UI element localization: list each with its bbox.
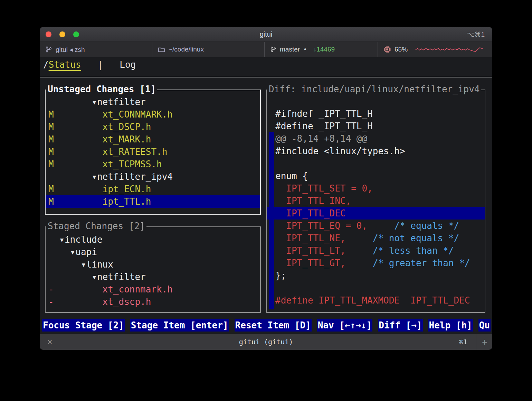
row-text: @@ -8,14 +8,14 @@	[275, 133, 367, 144]
row-text: M xt_RATEEST.h	[48, 147, 167, 157]
diff-line[interactable]: };	[267, 269, 485, 282]
file-row[interactable]: ▾linux	[46, 258, 260, 271]
unstaged-changes-panel: Unstaged Changes [1] ▾netfilterM xt_CONN…	[45, 90, 261, 215]
new-tab-button[interactable]: +	[477, 334, 492, 350]
row-text: ▾netfilter_ipv4	[48, 171, 173, 182]
row-text: ▾include	[48, 234, 103, 245]
tab-bar: /Status|Log	[43, 59, 136, 72]
diff-line-selected[interactable]: IPT_TTL_DEC	[267, 207, 485, 220]
diff-line[interactable]: #include <linux/types.h>	[267, 145, 485, 157]
row-text: ▾linux	[48, 259, 113, 270]
file-row[interactable]: M xt_RATEEST.h	[46, 146, 260, 158]
file-row[interactable]: ▾uapi	[46, 246, 260, 258]
file-row[interactable]: ▾netfilter	[46, 271, 260, 283]
close-button[interactable]	[46, 31, 51, 37]
row-text: ▾netfilter	[48, 97, 146, 107]
file-row[interactable]: M xt_DSCP.h	[46, 121, 260, 133]
key-hint-button[interactable]: Stage Item [enter]	[130, 319, 229, 332]
session-label: gitui ◂ zsh	[56, 46, 85, 54]
row-text: M ipt_ECN.h	[48, 184, 151, 194]
row-text: enum {	[275, 171, 308, 181]
key-hint-button[interactable]: Nav [←↑→↓]	[317, 319, 373, 332]
window-shortcut: ⌥⌘1	[467, 30, 485, 38]
tab-log[interactable]: Log	[120, 59, 136, 70]
diff-panel-title: Diff: include/uapi/linux/netfilter_ipv4	[267, 84, 481, 94]
diff-line[interactable]: #define IPT_TTL_MAXMODE IPT_TTL_DEC	[267, 294, 485, 307]
row-text: IPT_TTL_DEC	[275, 208, 346, 218]
row-text: M xt_CONNMARK.h	[48, 109, 173, 120]
cpu-chip-icon	[383, 46, 391, 53]
diff-line[interactable]: enum {	[267, 170, 485, 182]
git-segment[interactable]: master • ↓14469	[264, 42, 378, 57]
diff-hunk-indicator-bar[interactable]	[269, 132, 274, 309]
row-text: /* equals */	[367, 221, 459, 231]
key-hint-button[interactable]: Qu	[478, 319, 491, 332]
cpu-sparkline	[415, 46, 484, 53]
diff-line[interactable]: IPT_TTL_GT, /* greater than */	[267, 257, 485, 269]
titlebar: gitui ⌥⌘1	[40, 27, 492, 42]
bottom-bar-title: gitui (gitui)	[40, 338, 492, 346]
tab-status[interactable]: Status	[49, 59, 81, 70]
tab-separator-line	[40, 77, 492, 77]
row-text: #ifndef _IPT_TTL_H	[275, 109, 373, 119]
file-row-selected[interactable]: M ipt_TTL.h	[46, 195, 260, 208]
branch-status-dot: •	[304, 46, 306, 53]
diff-line[interactable]: #define _IPT_TTL_H	[267, 120, 485, 132]
window-title: gitui	[260, 30, 273, 38]
bottom-bar: × gitui (gitui) ⌘1 +	[40, 334, 492, 350]
diff-content: #ifndef _IPT_TTL_H#define _IPT_TTL_H@@ -…	[267, 108, 485, 307]
unstaged-file-tree: ▾netfilterM xt_CONNMARK.hM xt_DSCP.hM xt…	[46, 96, 260, 208]
minimize-button[interactable]	[59, 31, 65, 37]
diff-line[interactable]: #ifndef _IPT_TTL_H	[267, 108, 485, 120]
session-branch-icon	[45, 46, 52, 53]
diff-line[interactable]: @@ -8,14 +8,14 @@	[267, 132, 485, 145]
row-text: - xt_connmark.h	[48, 284, 173, 295]
diff-line[interactable]: IPT_TTL_LT, /* less than */	[267, 244, 485, 257]
zoom-button[interactable]	[73, 31, 79, 37]
cpu-percentage: 65%	[395, 46, 408, 53]
key-hint-button[interactable]: Help [h]	[428, 319, 473, 332]
key-hint-button[interactable]: Reset Item [D]	[235, 319, 312, 332]
status-bar: gitui ◂ zsh ~/code/linux master • ↓14469	[40, 42, 492, 57]
unstaged-panel-title: Unstaged Changes [1]	[46, 84, 157, 94]
key-hint-button[interactable]: Diff [→]	[378, 319, 422, 332]
file-row[interactable]: - xt_connmark.h	[46, 283, 260, 296]
staged-file-tree: ▾include ▾uapi ▾linux ▾netfilter- xt_con…	[46, 233, 260, 308]
tab-prefix: /	[43, 59, 49, 70]
diff-panel: Diff: include/uapi/linux/netfilter_ipv4 …	[266, 90, 485, 313]
row-text: IPT_TTL_INC,	[275, 196, 351, 206]
file-row[interactable]: ▾netfilter	[46, 96, 260, 108]
terminal-window: gitui ⌥⌘1 gitui ◂ zsh ~/code/linux	[40, 27, 492, 350]
row-text: IPT_TTL_EQ = 0,	[275, 221, 367, 231]
row-text: #define _IPT_TTL_H	[275, 121, 373, 131]
file-row[interactable]: ▾netfilter_ipv4	[46, 170, 260, 183]
file-row[interactable]: M xt_TCPMSS.h	[46, 158, 260, 170]
row-text: IPT_TTL_LT,	[275, 245, 346, 256]
row-text: - xt_dscp.h	[48, 297, 151, 307]
diff-line[interactable]: IPT_TTL_SET = 0,	[267, 182, 485, 195]
session-segment[interactable]: gitui ◂ zsh	[40, 42, 152, 57]
folder-icon	[158, 46, 165, 53]
path-segment[interactable]: ~/code/linux	[152, 42, 264, 57]
file-row[interactable]: M xt_MARK.h	[46, 133, 260, 146]
row-text: ▾uapi	[48, 247, 97, 257]
file-row[interactable]: M xt_CONNMARK.h	[46, 108, 260, 121]
diff-line[interactable]: IPT_TTL_EQ = 0, /* equals */	[267, 220, 485, 232]
file-row[interactable]: ▾include	[46, 233, 260, 246]
tab-divider: |	[98, 59, 103, 70]
file-row[interactable]: - xt_dscp.h	[46, 296, 260, 308]
row-text: /* less than */	[346, 245, 454, 256]
row-text: /* greater than */	[346, 258, 470, 268]
diff-line[interactable]	[267, 282, 485, 294]
row-text: ▾netfilter	[48, 272, 146, 282]
diff-line[interactable]	[267, 157, 485, 170]
staged-panel-title: Staged Changes [2]	[46, 221, 146, 231]
diff-line[interactable]: IPT_TTL_INC,	[267, 195, 485, 207]
cpu-segment[interactable]: 65%	[378, 42, 492, 57]
staged-changes-panel: Staged Changes [2] ▾include ▾uapi ▾linux…	[45, 226, 261, 313]
row-text: };	[275, 270, 286, 281]
row-text: M xt_TCPMSS.h	[48, 159, 162, 169]
diff-line[interactable]: IPT_TTL_NE, /* not equals */	[267, 232, 485, 244]
key-hint-button[interactable]: Focus Stage [2]	[42, 319, 125, 332]
file-row[interactable]: M ipt_ECN.h	[46, 183, 260, 195]
